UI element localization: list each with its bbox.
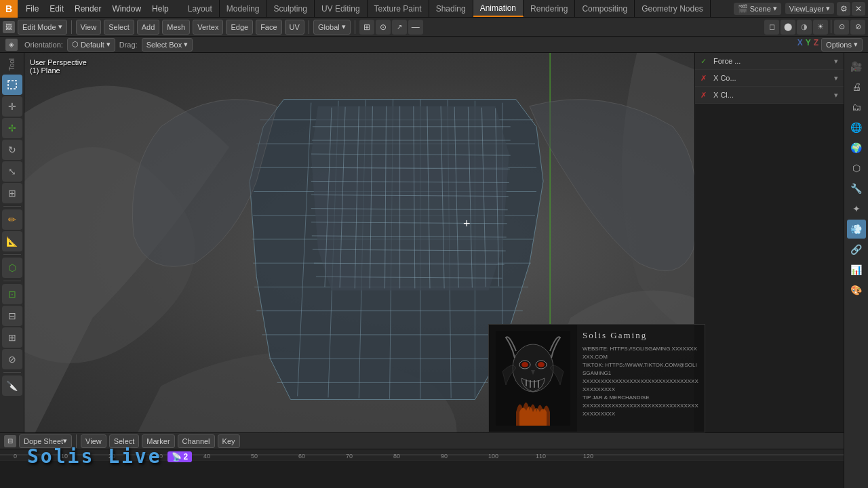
orientation-label: Orientation: [24, 41, 63, 49]
axis-y[interactable]: Y [806, 38, 811, 52]
bottom-branding: Solis Live 📡 2 [27, 445, 192, 468]
tool-annotate[interactable]: ✏ [2, 209, 22, 230]
tool-knife[interactable]: 🔪 [2, 375, 22, 396]
solis-overlay: Solis Gaming WEBSITE: HTTPS://SOLISGAMIN… [488, 324, 705, 432]
sidebar-section-label: Tool [8, 56, 16, 73]
object-props-btn[interactable]: ⬡ [847, 159, 866, 178]
modifier-props-btn[interactable]: 🔧 [847, 179, 866, 198]
tab-uv-editing[interactable]: UV Editing [315, 0, 368, 17]
material-btn[interactable]: ◑ [797, 20, 812, 35]
xcloth-header[interactable]: ✗ X Cl... ▾ [695, 87, 844, 103]
mesh-btn[interactable]: Mesh [162, 20, 190, 35]
tool-inset[interactable]: ⊟ [2, 306, 22, 326]
view-layer-props-btn[interactable]: 🗂 [847, 98, 866, 117]
left-sidebar: Tool ✛ ✢ ↻ ⤡ ⊞ ✏ 📐 ⬡ ⊡ ⊟ ⊞ ⊘ 🔪 [0, 53, 24, 432]
sidebar-sep1 [3, 206, 21, 207]
tool-scale[interactable]: ⤡ [2, 161, 22, 182]
scene-selector[interactable]: 🎬 Scene ▾ [734, 3, 781, 15]
force-label: Force ... [713, 57, 741, 65]
extra-btn[interactable]: — [408, 20, 423, 35]
twitch-badge: 📡 2 [167, 451, 193, 462]
sidebar-sep3 [3, 281, 21, 281]
svg-text:90: 90 [441, 453, 448, 460]
wireframe-btn[interactable]: ◻ [764, 20, 779, 35]
close-btn[interactable]: ✕ [852, 2, 865, 16]
tab-compositing[interactable]: Compositing [575, 0, 635, 17]
svg-text:40: 40 [203, 453, 210, 460]
edge-btn[interactable]: Edge [226, 20, 253, 35]
tab-rendering[interactable]: Rendering [524, 0, 575, 17]
menu-edit[interactable]: Edit [44, 0, 69, 17]
snap-btn[interactable]: ⊞ [359, 20, 374, 35]
tool-select-box[interactable] [2, 75, 22, 95]
menu-file[interactable]: File [20, 0, 44, 17]
dope-icon[interactable]: ⊟ [4, 435, 16, 447]
drag-dropdown[interactable]: Select Box ▾ [142, 38, 193, 52]
view-layer-selector[interactable]: ViewLayer ▾ [785, 3, 834, 14]
tab-texture-paint[interactable]: Texture Paint [368, 0, 429, 17]
tool-measure[interactable]: 📐 [2, 231, 22, 251]
orientation-dropdown[interactable]: ⬡ Default ▾ [67, 38, 115, 52]
tool-move[interactable]: ✢ [2, 118, 22, 138]
tool-rotate[interactable]: ↻ [2, 140, 22, 160]
tab-modeling[interactable]: Modeling [220, 0, 267, 17]
tool-bevel[interactable]: ⊞ [2, 327, 22, 348]
world-props-btn[interactable]: 🌍 [847, 138, 866, 157]
drag-label: Drag: [119, 41, 138, 49]
tab-shading[interactable]: Shading [429, 0, 473, 17]
force-header[interactable]: ✓ Force ... ▾ [695, 53, 844, 69]
menu-render[interactable]: Render [69, 0, 106, 17]
sep1 [71, 20, 72, 34]
data-props-btn[interactable]: 📊 [847, 260, 866, 279]
proportional-btn[interactable]: ⊙ [376, 20, 391, 35]
svg-text:120: 120 [583, 453, 593, 460]
right-sidebar-icons: 🎥 🖨 🗂 🌐 🌍 ⬡ 🔧 ✦ 💨 🔗 📊 🎨 [844, 18, 868, 488]
settings-btn[interactable]: ⚙ [837, 2, 850, 16]
viewport-info: User Perspective (1) Plane [30, 58, 87, 75]
tab-sculpting[interactable]: Sculpting [267, 0, 315, 17]
tool-loop-cut[interactable]: ⊘ [2, 349, 22, 369]
menu-help[interactable]: Help [146, 0, 174, 17]
options-dropdown[interactable]: Options ▾ [821, 38, 863, 52]
tool-extrude[interactable]: ⊡ [2, 284, 22, 304]
material-props-btn[interactable]: 🎨 [847, 281, 866, 300]
particles-props-btn[interactable]: ✦ [847, 199, 866, 218]
workspace-tabs: Layout Modeling Sculpting UV Editing Tex… [181, 0, 711, 17]
solis-tiktok: TIKTOK: HTTPS://WWW.TIKTOK.COM/@SOLISGAM… [583, 361, 699, 378]
dope-key-btn[interactable]: Key [218, 434, 240, 448]
tool-cursor[interactable]: ✛ [2, 96, 22, 117]
viewport-icon[interactable]: 🖼 [3, 21, 15, 33]
rendered-btn[interactable]: ☀ [813, 20, 828, 35]
uv-btn[interactable]: UV [285, 20, 304, 35]
constraints-props-btn[interactable]: 🔗 [847, 240, 866, 259]
transform-btn[interactable]: ↗ [392, 20, 407, 35]
xray-btn[interactable]: ⊘ [850, 20, 865, 35]
tab-geometry[interactable]: Geometry Nodes [635, 0, 711, 17]
shading-dropdown[interactable]: Global ▾ [313, 20, 351, 35]
axis-z[interactable]: Z [814, 38, 818, 52]
sidebar-sep2 [3, 254, 21, 255]
xcollision-header[interactable]: ✗ X Co... ▾ [695, 70, 844, 86]
add-btn[interactable]: Add [137, 20, 160, 35]
perspective-label: User Perspective [30, 58, 87, 66]
physics-props-btn[interactable]: 💨 [847, 220, 866, 239]
output-props-btn[interactable]: 🖨 [847, 77, 866, 96]
viewport-display-tools: ◻ ⬤ ◑ ☀ ⊙ ⊘ [764, 20, 865, 35]
tool-add-cube[interactable]: ⬡ [2, 258, 22, 278]
svg-text:70: 70 [346, 453, 353, 460]
face-btn[interactable]: Face [256, 20, 281, 35]
menu-window[interactable]: Window [106, 0, 146, 17]
tool-transform[interactable]: ⊞ [2, 183, 22, 203]
vertex-btn[interactable]: Vertex [193, 20, 223, 35]
solid-btn[interactable]: ⬤ [781, 20, 795, 35]
render-props-btn[interactable]: 🎥 [847, 57, 866, 76]
scene-props-btn[interactable]: 🌐 [847, 118, 866, 137]
svg-text:80: 80 [393, 453, 400, 460]
tab-animation[interactable]: Animation [473, 0, 524, 17]
overlay-btn[interactable]: ⊙ [834, 20, 849, 35]
view-btn[interactable]: View [76, 20, 102, 35]
mode-dropdown[interactable]: Edit Mode ▾ [18, 20, 67, 35]
select-btn[interactable]: Select [104, 20, 134, 35]
axis-x[interactable]: X [797, 38, 803, 52]
tab-layout[interactable]: Layout [181, 0, 220, 17]
